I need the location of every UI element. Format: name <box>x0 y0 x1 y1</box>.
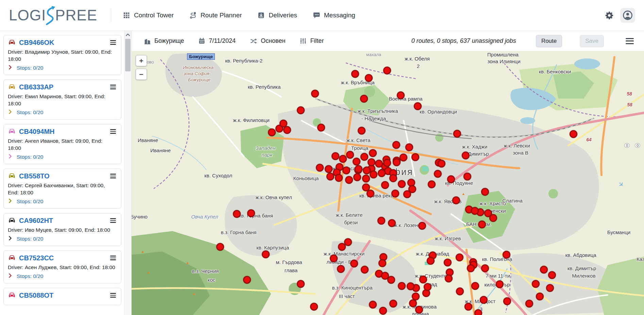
job-marker[interactable] <box>353 158 360 165</box>
job-marker[interactable] <box>381 272 389 280</box>
job-marker[interactable] <box>344 238 352 246</box>
job-marker[interactable] <box>478 221 486 228</box>
job-marker[interactable] <box>532 280 540 288</box>
job-marker[interactable] <box>330 255 338 262</box>
job-marker[interactable] <box>411 153 419 161</box>
vehicle-stops-toggle[interactable]: Stops: 0/20 <box>8 198 117 205</box>
job-marker[interactable] <box>503 251 510 259</box>
job-marker[interactable] <box>389 174 397 182</box>
vehicle-menu-button[interactable] <box>109 84 117 90</box>
job-marker[interactable] <box>463 173 471 180</box>
job-marker[interactable] <box>415 306 423 314</box>
job-marker[interactable] <box>350 260 358 267</box>
job-marker[interactable] <box>362 175 370 182</box>
vehicle-stops-link[interactable]: Stops: 0/20 <box>17 65 43 71</box>
job-marker[interactable] <box>398 282 406 290</box>
filter-button[interactable]: Filter <box>300 37 324 45</box>
job-marker[interactable] <box>536 293 544 300</box>
job-marker[interactable] <box>325 165 333 173</box>
vehicle-menu-button[interactable] <box>109 128 117 135</box>
nav-control-tower[interactable]: Control Tower <box>123 12 174 19</box>
job-marker[interactable] <box>407 282 414 290</box>
job-marker[interactable] <box>368 158 375 166</box>
profile-selector[interactable]: Основен <box>250 37 285 45</box>
job-marker[interactable] <box>262 250 270 258</box>
job-marker[interactable] <box>403 190 411 198</box>
job-marker[interactable] <box>393 158 401 166</box>
date-picker[interactable]: 7/11/2024 <box>198 37 236 45</box>
job-marker[interactable] <box>489 214 497 222</box>
job-marker[interactable] <box>546 284 554 292</box>
zoom-out-button[interactable]: − <box>136 69 147 80</box>
job-marker[interactable] <box>353 173 361 181</box>
job-marker[interactable] <box>383 159 391 167</box>
job-marker[interactable] <box>414 102 422 110</box>
job-marker[interactable] <box>462 152 470 159</box>
scrollbar-thumb[interactable] <box>125 39 131 71</box>
job-marker[interactable] <box>361 266 369 274</box>
job-marker[interactable] <box>389 300 397 308</box>
job-marker[interactable] <box>367 190 374 197</box>
vehicle-stops-link[interactable]: Stops: 0/20 <box>17 198 43 205</box>
job-marker[interactable] <box>378 259 386 267</box>
vehicle-menu-button[interactable] <box>109 217 117 224</box>
job-marker[interactable] <box>360 95 368 103</box>
job-marker[interactable] <box>434 170 442 178</box>
vehicle-plate-link[interactable]: CB7523CC <box>19 254 54 262</box>
job-marker[interactable] <box>216 243 224 251</box>
job-marker[interactable] <box>438 160 445 168</box>
scrollbar-up-button[interactable] <box>124 31 131 38</box>
map-canvas[interactable]: овомахалаж.к. Обеля2Промишленазона Илиян… <box>132 51 644 315</box>
job-marker[interactable] <box>247 209 255 217</box>
vehicle-stops-link[interactable]: Stops: 0/20 <box>17 154 43 160</box>
job-marker[interactable] <box>428 180 436 188</box>
vehicle-plate-link[interactable]: CB9466OK <box>19 39 54 47</box>
job-marker[interactable] <box>392 141 400 149</box>
job-marker[interactable] <box>467 264 475 272</box>
job-marker[interactable] <box>358 127 366 135</box>
settings-gear-button[interactable] <box>605 11 614 20</box>
job-marker[interactable] <box>345 176 353 184</box>
job-marker[interactable] <box>268 128 276 136</box>
job-marker[interactable] <box>369 301 377 309</box>
job-marker[interactable] <box>456 253 463 261</box>
job-marker[interactable] <box>464 303 472 311</box>
vehicle-menu-button[interactable] <box>109 173 117 179</box>
job-marker[interactable] <box>360 153 368 161</box>
job-marker[interactable] <box>378 169 386 177</box>
job-marker[interactable] <box>398 180 406 188</box>
vehicle-menu-button[interactable] <box>109 292 117 298</box>
job-marker[interactable] <box>570 130 577 138</box>
job-marker[interactable] <box>326 173 334 180</box>
selected-place-label[interactable]: Божурище <box>187 53 215 60</box>
job-marker[interactable] <box>377 217 385 225</box>
job-marker[interactable] <box>456 287 464 295</box>
job-marker[interactable] <box>383 67 391 74</box>
job-marker[interactable] <box>471 207 479 215</box>
nav-route-planner[interactable]: Route Planner <box>189 12 242 19</box>
job-marker[interactable] <box>351 70 359 78</box>
job-marker[interactable] <box>297 280 305 288</box>
vehicle-plate-link[interactable]: CB5088OT <box>19 292 53 299</box>
job-marker[interactable] <box>316 164 324 172</box>
job-marker[interactable] <box>391 190 399 197</box>
job-marker[interactable] <box>481 264 489 272</box>
vehicle-plate-link[interactable]: CB6333AP <box>19 83 53 91</box>
job-marker[interactable] <box>445 275 453 282</box>
vehicle-stops-toggle[interactable]: Stops: 0/20 <box>8 273 117 279</box>
vehicle-stops-toggle[interactable]: Stops: 0/20 <box>8 65 117 71</box>
route-button[interactable]: Route <box>536 35 562 47</box>
job-marker[interactable] <box>419 276 427 283</box>
job-marker[interactable] <box>548 271 556 279</box>
job-marker[interactable] <box>317 124 325 132</box>
job-marker[interactable] <box>418 222 426 230</box>
job-marker[interactable] <box>332 152 339 160</box>
job-marker[interactable] <box>355 165 362 173</box>
vehicle-stops-toggle[interactable]: Stops: 0/20 <box>8 109 117 116</box>
job-marker[interactable] <box>424 283 431 291</box>
job-marker[interactable] <box>471 282 479 290</box>
vehicle-menu-button[interactable] <box>109 255 117 261</box>
job-marker[interactable] <box>279 120 287 127</box>
job-marker[interactable] <box>427 257 435 265</box>
job-marker[interactable] <box>481 188 489 196</box>
